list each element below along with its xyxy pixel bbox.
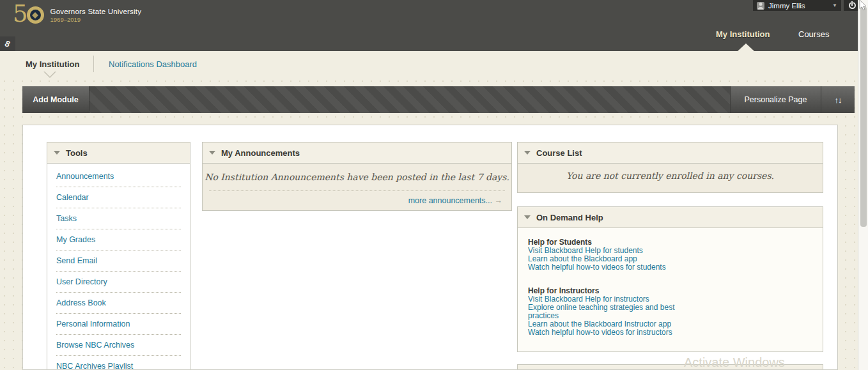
- module-title: My Announcements: [221, 148, 300, 158]
- power-icon: [849, 2, 856, 9]
- quick-links-button[interactable]: 8: [0, 36, 15, 51]
- active-subtab-notch-inner: [44, 71, 56, 77]
- brand-text: Governors State University 1969–2019: [50, 8, 142, 23]
- tool-link-nbc-archives-playlist[interactable]: NBC Archives Playlist: [56, 356, 181, 370]
- module-tools-header: Tools: [47, 143, 190, 164]
- collapse-caret-icon[interactable]: [524, 215, 531, 219]
- tool-link-browse-nbc-archives[interactable]: Browse NBC Archives: [56, 335, 181, 356]
- module-tools: Tools Announcements Calendar Tasks My Gr…: [47, 142, 190, 370]
- module-title: Tools: [66, 148, 88, 158]
- help-instructors-links: Visit Blackboard Help for instructors Ex…: [528, 295, 689, 337]
- scrollbar-thumb[interactable]: [860, 6, 867, 227]
- help-body: Help for Students Visit Blackboard Help …: [518, 228, 823, 351]
- chevron-down-icon[interactable]: ▼: [832, 3, 837, 8]
- active-tab-pointer: [738, 43, 754, 51]
- tab-my-institution[interactable]: My Institution: [716, 29, 770, 39]
- help-link-videos-instructors[interactable]: Watch helpful how-to videos for instruct…: [528, 328, 689, 337]
- mouse-cursor-icon: [859, 0, 867, 13]
- add-module-button[interactable]: Add Module: [22, 86, 89, 113]
- university-logo: 5 Governors State University 1969–2019: [13, 3, 141, 26]
- help-students-heading: Help for Students: [528, 238, 823, 247]
- logo-50-numeral: 5: [13, 3, 28, 26]
- reorder-modules-button[interactable]: ↑↓: [821, 86, 855, 113]
- subtab-bar: My Institution Notifications Dashboard: [0, 51, 858, 77]
- collapse-caret-icon[interactable]: [54, 151, 60, 155]
- activate-windows-watermark: Activate Windows: [684, 355, 785, 370]
- subtab-divider: [93, 56, 94, 72]
- module-title: Course List: [536, 148, 582, 158]
- blackboard-page: 5 Governors State University 1969–2019 J…: [0, 0, 868, 370]
- modules-panel: Tools Announcements Calendar Tasks My Gr…: [22, 125, 838, 370]
- top-header: 5 Governors State University 1969–2019 J…: [0, 0, 858, 51]
- help-link-teaching-strategies[interactable]: Explore online teaching strategies and b…: [528, 304, 689, 320]
- chain-link-icon: 8: [4, 38, 12, 49]
- user-name: Jimmy Ellis: [768, 2, 805, 10]
- vertical-scrollbar[interactable]: [858, 0, 868, 370]
- tab-courses[interactable]: Courses: [798, 29, 829, 39]
- module-my-announcements-header: My Announcements: [203, 143, 511, 164]
- help-instructors-heading: Help for Instructors: [528, 286, 823, 295]
- workspace: Add Module Personalize Page ↑↓ Tools Ann…: [0, 77, 858, 370]
- module-action-bar: Add Module Personalize Page ↑↓: [22, 86, 855, 113]
- tool-link-user-directory[interactable]: User Directory: [56, 272, 181, 293]
- logo-emblem-icon: [32, 12, 38, 19]
- tool-link-personal-information[interactable]: Personal Information: [56, 314, 181, 335]
- collapse-caret-icon[interactable]: [209, 151, 215, 155]
- user-avatar-icon: [757, 2, 764, 10]
- module-on-demand-help: On Demand Help Help for Students Visit B…: [517, 206, 823, 352]
- user-menu[interactable]: Jimmy Ellis ▼: [753, 0, 841, 11]
- university-name: Governors State University: [50, 8, 142, 15]
- personalize-page-button[interactable]: Personalize Page: [730, 86, 821, 113]
- module-my-announcements: My Announcements No Institution Announce…: [202, 142, 512, 211]
- tool-link-tasks[interactable]: Tasks: [56, 208, 181, 229]
- announcements-body: No Institution Announcements have been p…: [203, 164, 511, 210]
- action-bar-right: Personalize Page ↑↓: [730, 86, 855, 113]
- logo-ring-icon: [27, 6, 44, 24]
- more-announcements-row: more announcements... →: [203, 191, 511, 205]
- more-announcements-link[interactable]: more announcements...: [408, 196, 492, 205]
- help-link-videos-students[interactable]: Watch helpful how-to videos for students: [528, 263, 689, 272]
- subtab-notifications-dashboard[interactable]: Notifications Dashboard: [109, 51, 197, 77]
- spacer: [528, 272, 823, 286]
- arrow-right-icon: →: [495, 196, 503, 205]
- tool-link-announcements[interactable]: Announcements: [56, 164, 181, 187]
- help-students-links: Visit Blackboard Help for students Learn…: [528, 247, 689, 272]
- no-courses-notice: You are not currently enrolled in any co…: [518, 164, 823, 181]
- module-course-list-header: Course List: [518, 143, 823, 164]
- course-list-body: You are not currently enrolled in any co…: [518, 164, 823, 192]
- module-on-demand-help-header: On Demand Help: [518, 207, 823, 228]
- no-announcements-notice: No Institution Announcements have been p…: [203, 164, 511, 182]
- tool-link-calendar[interactable]: Calendar: [56, 187, 181, 208]
- tool-link-my-grades[interactable]: My Grades: [56, 229, 181, 251]
- module-course-list: Course List You are not currently enroll…: [517, 142, 823, 193]
- module-title: On Demand Help: [536, 213, 603, 222]
- tools-list: Announcements Calendar Tasks My Grades S…: [47, 164, 190, 370]
- collapse-caret-icon[interactable]: [524, 151, 531, 155]
- tool-link-address-book[interactable]: Address Book: [56, 293, 181, 314]
- anniversary-years: 1969–2019: [50, 16, 142, 23]
- tool-link-send-email[interactable]: Send Email: [56, 251, 181, 272]
